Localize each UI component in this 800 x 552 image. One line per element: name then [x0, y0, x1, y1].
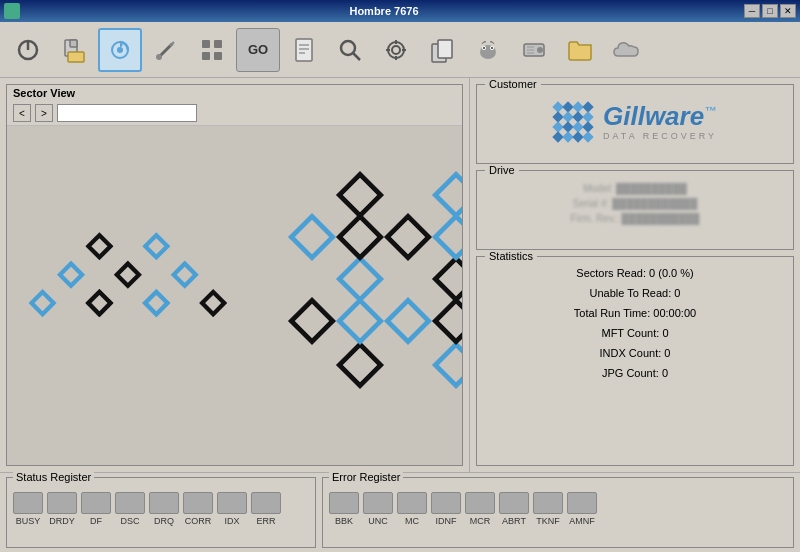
title-bar: Hombre 7676 ─ □ ✕	[0, 0, 800, 22]
device-icon	[520, 36, 548, 64]
reg-light-idnf	[431, 492, 461, 514]
creature-button[interactable]	[466, 28, 510, 72]
svg-line-19	[353, 53, 360, 60]
gillware-subtitle: Data Recovery	[603, 131, 717, 141]
sector-content: .dm { position: absolute; width: 34px; h…	[7, 126, 462, 465]
drive-serial: Serial #: ████████████	[573, 198, 697, 209]
open-button[interactable]	[52, 28, 96, 72]
reg-light-err	[251, 492, 281, 514]
reg-light-mc	[397, 492, 427, 514]
search-button[interactable]	[328, 28, 372, 72]
svg-rect-10	[202, 40, 210, 48]
svg-rect-14	[296, 39, 312, 61]
window-title: Hombre 7676	[24, 5, 744, 17]
settings-button[interactable]	[374, 28, 418, 72]
reg-label-err: ERR	[256, 516, 275, 526]
diamond	[384, 212, 432, 260]
status-register-title: Status Register	[13, 471, 94, 483]
stat-jpg: JPG Count: 0	[505, 367, 765, 379]
main-layout: Sector View < >	[0, 78, 800, 472]
diamond	[432, 340, 462, 388]
sector-view-title: Sector View	[7, 85, 462, 101]
svg-point-6	[117, 47, 123, 53]
stat-unable-read: Unable To Read: 0	[505, 287, 765, 299]
reg-light-bbk	[329, 492, 359, 514]
gw-cell	[582, 131, 593, 142]
tools-button[interactable]	[144, 28, 188, 72]
reg-tknf: TKNF	[533, 492, 563, 526]
device-button[interactable]	[512, 28, 556, 72]
diamond	[432, 254, 462, 302]
reg-drdy: DRDY	[47, 492, 77, 526]
sector-prev-button[interactable]: <	[13, 104, 31, 122]
reg-light-df	[81, 492, 111, 514]
stat-run-time: Total Run Time: 00:00:00	[505, 307, 765, 319]
diamond	[336, 340, 384, 388]
sector-view-box: Sector View < >	[6, 84, 463, 466]
reg-label-corr: CORR	[185, 516, 212, 526]
refresh-button[interactable]	[98, 28, 142, 72]
maximize-button[interactable]: □	[762, 4, 778, 18]
reg-label-idnf: IDNF	[436, 516, 457, 526]
gear-icon	[382, 36, 410, 64]
sector-input[interactable]	[57, 104, 197, 122]
diamond	[336, 254, 384, 302]
power-button[interactable]	[6, 28, 50, 72]
reg-mc: MC	[397, 492, 427, 526]
svg-rect-12	[202, 52, 210, 60]
drive-box: Drive Model: ██████████ Serial #: ██████…	[476, 170, 794, 250]
toolbar: GO	[0, 22, 800, 78]
diamond	[288, 212, 336, 260]
status-register-box: Status Register BUSY DRDY DF DSC DRQ	[6, 477, 316, 548]
app-icon	[4, 3, 20, 19]
drive-title: Drive	[485, 164, 519, 176]
error-register-title: Error Register	[329, 471, 403, 483]
svg-point-31	[483, 47, 485, 49]
customer-box: Customer	[476, 84, 794, 164]
reg-light-unc	[363, 492, 393, 514]
error-indicators: BBK UNC MC IDNF MCR ABRT	[329, 492, 787, 526]
diamond	[336, 212, 384, 260]
document-button[interactable]	[282, 28, 326, 72]
sector-nav: < >	[7, 101, 462, 126]
reg-label-drq: DRQ	[154, 516, 174, 526]
sector-next-button[interactable]: >	[35, 104, 53, 122]
folder-button[interactable]	[558, 28, 602, 72]
reg-abrt: ABRT	[499, 492, 529, 526]
reg-light-idx	[217, 492, 247, 514]
cloud-icon	[612, 36, 640, 64]
window-controls: ─ □ ✕	[744, 4, 796, 18]
reg-label-bbk: BBK	[335, 516, 353, 526]
reg-label-tknf: TKNF	[536, 516, 560, 526]
cloud-button[interactable]	[604, 28, 648, 72]
reg-df: DF	[81, 492, 111, 526]
grid-button[interactable]	[190, 28, 234, 72]
go-label: GO	[248, 42, 268, 57]
stats-content: Sectors Read: 0 (0.0 %) Unable To Read: …	[485, 261, 785, 385]
reg-label-amnf: AMNF	[569, 516, 595, 526]
reg-mcr: MCR	[465, 492, 495, 526]
reg-drq: DRQ	[149, 492, 179, 526]
folder-icon	[566, 36, 594, 64]
power-icon	[14, 36, 42, 64]
reg-label-busy: BUSY	[16, 516, 41, 526]
svg-rect-11	[214, 40, 222, 48]
gillware-brand: Gillware™	[603, 103, 717, 129]
go-button[interactable]: GO	[236, 28, 280, 72]
reg-unc: UNC	[363, 492, 393, 526]
close-button[interactable]: ✕	[780, 4, 796, 18]
reg-light-mcr	[465, 492, 495, 514]
reg-err: ERR	[251, 492, 281, 526]
reg-idnf: IDNF	[431, 492, 461, 526]
reg-light-amnf	[567, 492, 597, 514]
reg-label-abrt: ABRT	[502, 516, 526, 526]
bottom-bar: Status Register BUSY DRDY DF DSC DRQ	[0, 472, 800, 552]
drive-model: Model: ██████████	[583, 183, 687, 194]
reg-light-busy	[13, 492, 43, 514]
reg-label-mc: MC	[405, 516, 419, 526]
copy-button[interactable]	[420, 28, 464, 72]
reg-label-mcr: MCR	[470, 516, 491, 526]
hombre-logo	[7, 166, 249, 426]
minimize-button[interactable]: ─	[744, 4, 760, 18]
reg-light-tknf	[533, 492, 563, 514]
